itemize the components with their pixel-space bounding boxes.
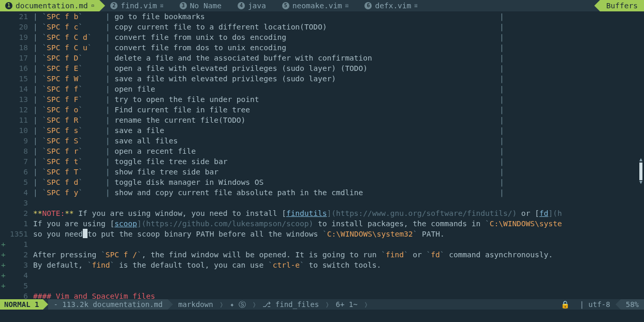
blank-line <box>33 281 644 291</box>
line-number: 11 <box>0 115 33 125</box>
status-icons: ✦ Ⓢ <box>225 299 251 310</box>
modified-icon: ☒ <box>414 1 418 11</box>
buffers-button[interactable]: Buffers <box>600 0 644 11</box>
line-number: 6 <box>0 167 33 177</box>
table-row: | `SPC f b` | go to file bookmarks | <box>33 11 644 22</box>
line-number: 5 <box>0 177 33 187</box>
line-number: 2 <box>0 208 33 218</box>
tab-number-icon: 3 <box>180 2 187 9</box>
line-number: 1 <box>0 218 33 229</box>
tab-number-icon: 2 <box>110 2 118 9</box>
modified-icon: ☒ <box>160 1 164 11</box>
line-number: 14 <box>0 84 33 94</box>
blank-line <box>33 239 644 250</box>
tab-number-icon: 5 <box>282 2 289 9</box>
table-row: | `SPC f y` | show and copy current file… <box>33 187 644 198</box>
scroll-thumb[interactable] <box>639 163 642 180</box>
git-branch: ⎇ find_files <box>257 299 324 310</box>
table-row: | `SPC f r` | open a recent file | <box>33 146 644 156</box>
table-row: | `SPC f o` | Find current file in file … <box>33 105 644 115</box>
command-area[interactable] <box>0 310 644 322</box>
tab-java[interactable]: 4java <box>232 0 271 11</box>
line-number: +1 <box>0 239 33 250</box>
table-row: | `SPC f d` | toggle disk manager in Win… <box>33 177 644 187</box>
table-row: | `SPC f S` | save all files | <box>33 136 644 146</box>
line-number: 8 <box>0 146 33 156</box>
tab-neomake-vim[interactable]: 5neomake.vim☒ <box>277 0 354 11</box>
table-row: | `SPC f T` | show file tree side bar | <box>33 167 644 177</box>
editor-area[interactable]: 2120191817161514131211109876543211351+1+… <box>0 11 644 300</box>
tabline: 1documentation.md▫2find.vim☒3No Name4jav… <box>0 0 644 11</box>
file-name: documentation.md <box>93 299 163 310</box>
table-row: | `SPC f E` | open a file with elevated … <box>33 63 644 74</box>
line-number-gutter: 2120191817161514131211109876543211351+1+… <box>0 11 33 300</box>
table-row: | `SPC f R` | rename the current file(TO… <box>33 115 644 125</box>
file-size: - 113.2k <box>53 299 88 310</box>
scrollbar[interactable]: ▲ ▼ <box>639 157 643 185</box>
line-number: 16 <box>0 63 33 74</box>
scroll-up-icon[interactable]: ▲ <box>639 157 643 163</box>
line-number: 4 <box>0 187 33 198</box>
line-number: 21 <box>0 11 33 22</box>
table-row: | `SPC f f` | open file | <box>33 84 644 94</box>
tab-label: No Name <box>190 1 222 11</box>
encoding: | utf-8 <box>575 299 616 310</box>
tab-documentation-md[interactable]: 1documentation.md▫ <box>0 0 99 11</box>
line-number: +5 <box>0 281 33 291</box>
line-number: 13 <box>0 94 33 105</box>
tab-label: find.vim <box>121 1 157 11</box>
line-number: +2 <box>0 250 33 260</box>
blank-line <box>33 198 644 208</box>
line-number: 1351 <box>0 229 33 239</box>
note-line: **NOTE:** If you are using window, you n… <box>33 208 644 218</box>
editor-content[interactable]: | `SPC f b` | go to file bookmarks || `S… <box>33 11 644 300</box>
blank-line <box>33 270 644 281</box>
table-row: | `SPC f C d` | convert file from unix t… <box>33 32 644 42</box>
tab-number-icon: 1 <box>5 2 12 9</box>
line-number: +4 <box>0 270 33 281</box>
line-number: 17 <box>0 53 33 63</box>
text-cursor <box>83 229 87 238</box>
line-number: 20 <box>0 22 33 32</box>
scroll-down-icon[interactable]: ▼ <box>639 180 643 185</box>
text-line: By default, `find` is the default tool, … <box>33 260 644 270</box>
table-row: | `SPC f t` | toggle file tree side bar … <box>33 156 644 167</box>
scoop-line: If you are using [scoop](https://github.… <box>33 218 644 229</box>
line-number: 10 <box>0 125 33 136</box>
table-row: | `SPC f W` | save a file with elevated … <box>33 74 644 84</box>
line-number: 9 <box>0 136 33 146</box>
table-row: | `SPC f c` | copy current file to a dif… <box>33 22 644 32</box>
line-number: 12 <box>0 105 33 115</box>
modified-icon: ▫ <box>91 1 95 11</box>
tab-label: defx.vim <box>375 1 411 11</box>
line-number: 19 <box>0 32 33 42</box>
table-row: | `SPC f F` | try to open the file under… <box>33 94 644 105</box>
tab-number-icon: 6 <box>364 2 372 9</box>
filetype: markdown <box>173 299 218 310</box>
table-row: | `SPC f C u` | convert file from dos to… <box>33 42 644 53</box>
modified-icon: ☒ <box>345 1 349 11</box>
tab-label: neomake.vim <box>292 1 342 11</box>
tab-label: java <box>248 1 266 11</box>
git-hunks: 6+ 1~ <box>331 299 363 310</box>
line-number: +3 <box>0 260 33 270</box>
tab-defx-vim[interactable]: 6defx.vim☒ <box>359 0 422 11</box>
tab-No-Name[interactable]: 3No Name <box>174 0 227 11</box>
tab-label: documentation.md <box>16 1 88 11</box>
status-file: - 113.2k documentation.md <box>48 299 168 310</box>
line-number: 3 <box>0 198 33 208</box>
text-line: After pressing `SPC f /`, the find windo… <box>33 250 644 260</box>
line-number: 7 <box>0 156 33 167</box>
table-row: | `SPC f D` | delete a file and the asso… <box>33 53 644 63</box>
cursor-line: so you needto put the scoop binary PATH … <box>33 229 644 239</box>
line-number: 18 <box>0 42 33 53</box>
tab-number-icon: 4 <box>238 2 245 9</box>
line-number: 15 <box>0 74 33 84</box>
tab-find-vim[interactable]: 2find.vim☒ <box>105 0 168 11</box>
mode-indicator: NORMAL 1 <box>0 299 43 310</box>
lock-icon: 🔒 <box>555 299 575 310</box>
scroll-percent: 58% <box>621 299 644 310</box>
table-row: | `SPC f s` | save a file | <box>33 125 644 136</box>
statusline: NORMAL 1 - 113.2k documentation.md markd… <box>0 299 644 310</box>
